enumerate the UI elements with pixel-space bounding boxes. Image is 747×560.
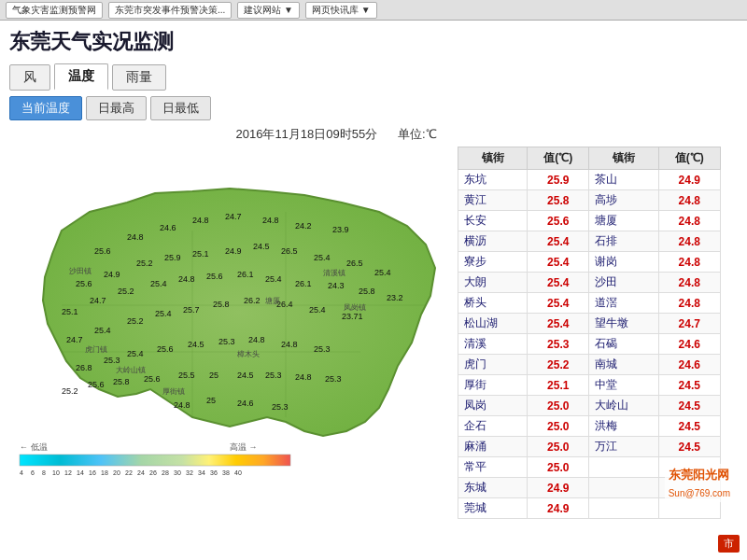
table-row: 清溪 25.3 石碣 24.6	[458, 334, 721, 355]
svg-text:沙田镇: 沙田镇	[69, 267, 92, 275]
svg-text:25.5: 25.5	[178, 371, 195, 380]
page-title: 东莞天气实况监测	[0, 21, 747, 60]
val1-cell: 25.4	[528, 293, 589, 314]
svg-text:高温 →: 高温 →	[230, 442, 258, 452]
svg-text:25.3: 25.3	[265, 371, 282, 380]
svg-text:24.8: 24.8	[127, 232, 144, 242]
svg-text:24.8: 24.8	[295, 372, 312, 382]
town1-cell: 东城	[458, 478, 528, 498]
table-row: 黄江 25.8 高埗 24.8	[458, 190, 721, 211]
town2-cell: 中堂	[589, 375, 658, 396]
tab-temperature[interactable]: 温度	[54, 63, 108, 91]
val2-cell: 24.8	[658, 252, 721, 273]
town2-cell: 茶山	[589, 170, 658, 190]
svg-text:28: 28	[162, 469, 169, 476]
svg-text:23.71: 23.71	[342, 312, 363, 321]
svg-text:24.6: 24.6	[237, 399, 254, 408]
tab-news[interactable]: 网页快讯库 ▼	[305, 2, 377, 19]
svg-text:8: 8	[42, 469, 46, 476]
svg-text:25.6: 25.6	[206, 272, 223, 281]
svg-text:4: 4	[20, 469, 23, 476]
tab-rainfall[interactable]: 雨量	[112, 64, 166, 91]
svg-text:24.6: 24.6	[160, 223, 176, 232]
table-row: 横沥 25.4 石排 24.8	[458, 231, 721, 252]
svg-text:← 低温: ← 低温	[20, 442, 48, 452]
sub-tabs: 当前温度 日最高 日最低	[0, 94, 747, 122]
date-line: 2016年11月18日09时55分 单位:℃	[0, 122, 747, 147]
svg-text:25.4: 25.4	[155, 309, 172, 318]
svg-text:25.4: 25.4	[94, 326, 111, 335]
svg-text:25.4: 25.4	[127, 349, 144, 358]
svg-text:38: 38	[222, 469, 230, 476]
val1-cell: 25.2	[528, 355, 589, 375]
town1-cell: 桥头	[458, 293, 528, 314]
svg-text:24.8: 24.8	[248, 335, 265, 344]
svg-text:20: 20	[113, 469, 120, 476]
val1-cell: 25.1	[528, 375, 589, 396]
unit-text: 单位:℃	[398, 127, 437, 141]
val2-cell: 24.8	[658, 293, 721, 314]
subtab-current[interactable]: 当前温度	[9, 96, 82, 120]
svg-text:26.5: 26.5	[281, 246, 298, 256]
svg-text:25.3: 25.3	[272, 402, 289, 412]
svg-text:24.3: 24.3	[328, 281, 345, 290]
val2-cell: 24.8	[658, 190, 721, 211]
town1-cell: 寮步	[458, 252, 528, 273]
col-town1: 镇街	[458, 147, 528, 170]
svg-text:清溪镇: 清溪镇	[323, 269, 345, 277]
tab-wind[interactable]: 风	[9, 64, 50, 91]
svg-text:26: 26	[149, 469, 157, 476]
svg-text:24.8: 24.8	[174, 400, 190, 410]
logo-text: 东莞阳光网	[669, 468, 729, 482]
svg-text:塘厦: 塘厦	[264, 297, 280, 305]
subtab-max[interactable]: 日最高	[86, 96, 147, 120]
svg-text:25.8: 25.8	[113, 377, 130, 386]
table-row: 凤岗 25.0 大岭山 24.5	[458, 396, 721, 416]
town2-cell	[589, 457, 658, 478]
val1-cell: 25.0	[528, 416, 589, 437]
svg-text:24.5: 24.5	[237, 371, 254, 380]
town1-cell: 凤岗	[458, 396, 528, 416]
main-content: 东莞天气实况监测 风 温度 雨量 当前温度 日最高 日最低 2016年11月18…	[0, 21, 747, 560]
svg-text:24.8: 24.8	[281, 340, 298, 349]
svg-rect-79	[20, 455, 290, 466]
tab-emergency[interactable]: 东莞市突发事件预警决策...	[108, 2, 232, 19]
svg-text:24.7: 24.7	[90, 296, 106, 305]
logo-url: Sun@769.com	[669, 488, 730, 498]
svg-text:24.8: 24.8	[178, 274, 195, 284]
town1-cell: 麻涌	[458, 437, 528, 457]
col-val1: 值(℃)	[528, 147, 589, 170]
svg-text:25.6: 25.6	[144, 374, 161, 384]
val2-cell: 24.5	[658, 396, 721, 416]
town1-cell: 大朗	[458, 273, 528, 293]
svg-text:25.3: 25.3	[218, 337, 235, 346]
subtab-min[interactable]: 日最低	[150, 96, 211, 120]
town2-cell: 石碣	[589, 334, 658, 355]
town2-cell: 大岭山	[589, 396, 658, 416]
svg-text:30: 30	[174, 469, 181, 476]
svg-text:10: 10	[52, 469, 60, 476]
town1-cell: 横沥	[458, 231, 528, 252]
val1-cell: 25.8	[528, 190, 589, 211]
svg-text:25.3: 25.3	[314, 344, 331, 354]
svg-text:26.2: 26.2	[244, 296, 261, 305]
svg-text:24.5: 24.5	[188, 340, 204, 349]
val2-cell: 24.7	[658, 314, 721, 334]
svg-text:36: 36	[210, 469, 218, 476]
svg-text:24.8: 24.8	[262, 216, 279, 225]
weather-map: 25.6 24.8 24.6 24.8 24.7 24.8 24.2 23.9 …	[6, 147, 454, 539]
val1-cell: 25.9	[528, 170, 589, 190]
town2-cell: 沙田	[589, 273, 658, 293]
svg-text:23.9: 23.9	[332, 225, 349, 234]
town1-cell: 东坑	[458, 170, 528, 190]
tab-recommend[interactable]: 建议网站 ▼	[237, 2, 300, 19]
svg-text:23.2: 23.2	[387, 293, 403, 302]
table-row: 麻涌 25.0 万江 24.5	[458, 437, 721, 457]
val2-cell: 24.9	[658, 170, 721, 190]
svg-text:虎门镇: 虎门镇	[85, 345, 107, 354]
val2-cell: 24.6	[658, 355, 721, 375]
val1-cell: 25.6	[528, 211, 589, 231]
town1-cell: 清溪	[458, 334, 528, 355]
tab-weather[interactable]: 气象灾害监测预警网	[6, 2, 103, 19]
town2-cell: 南城	[589, 355, 658, 375]
